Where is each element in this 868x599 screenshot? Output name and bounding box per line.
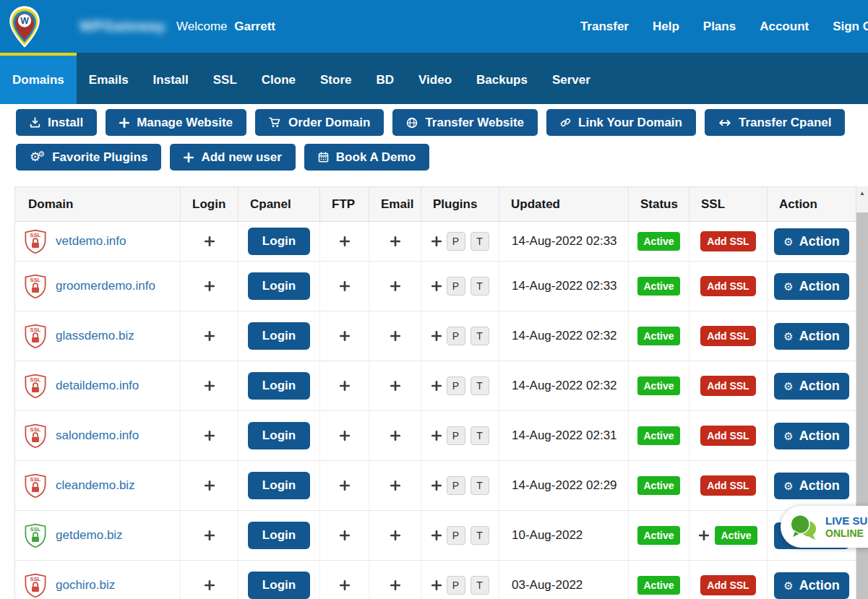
plugins-p-button[interactable]: P xyxy=(447,576,465,595)
plugins-p-button[interactable]: P xyxy=(447,277,465,296)
action-button[interactable]: ⚙Action xyxy=(774,572,848,599)
plugins-p-button[interactable]: P xyxy=(447,327,465,345)
plugins-t-button[interactable]: T xyxy=(470,232,489,251)
domain-link[interactable]: detaildemo.info xyxy=(56,379,139,393)
add-ssl-button[interactable]: Add SSL xyxy=(700,231,755,251)
install-button[interactable]: Install xyxy=(16,109,97,136)
add-ssl-button[interactable]: Add SSL xyxy=(700,575,755,595)
add-plus-icon[interactable] xyxy=(205,580,215,590)
action-button[interactable]: ⚙Action xyxy=(774,423,848,449)
plugins-p-button[interactable]: P xyxy=(447,526,465,545)
add-plus-icon[interactable] xyxy=(390,281,400,291)
add-ssl-button[interactable]: Add SSL xyxy=(700,475,755,496)
add-plus-icon[interactable] xyxy=(390,381,400,391)
add-ssl-button[interactable]: Add SSL xyxy=(700,276,755,296)
add-ssl-button[interactable]: Add SSL xyxy=(700,426,755,446)
add-plus-icon[interactable] xyxy=(205,331,215,341)
cpanel-login-button[interactable]: Login xyxy=(248,472,310,499)
domain-link[interactable]: gochiro.biz xyxy=(56,578,115,592)
book-a-demo-button[interactable]: Book A Demo xyxy=(304,144,429,171)
plugins-p-button[interactable]: P xyxy=(447,476,465,495)
add-plus-icon[interactable] xyxy=(699,530,709,540)
cpanel-login-button[interactable]: Login xyxy=(248,272,310,300)
add-plus-icon[interactable] xyxy=(431,481,442,491)
add-ssl-button[interactable]: Add SSL xyxy=(700,376,755,396)
domain-link[interactable]: getdemo.biz xyxy=(56,528,123,543)
cpanel-login-button[interactable]: Login xyxy=(248,322,310,350)
tab-bd[interactable]: BD xyxy=(364,53,407,104)
add-plus-icon[interactable] xyxy=(390,331,400,341)
add-plus-icon[interactable] xyxy=(205,431,215,441)
add-new-user-button[interactable]: Add new user xyxy=(170,144,295,171)
domain-link[interactable]: salondemo.info xyxy=(56,428,139,443)
plugins-t-button[interactable]: T xyxy=(470,327,489,345)
add-plus-icon[interactable] xyxy=(431,331,442,341)
live-support-widget[interactable]: LIVE SUPPORT ONLINE xyxy=(781,506,868,548)
tab-ssl[interactable]: SSL xyxy=(201,53,249,104)
add-plus-icon[interactable] xyxy=(340,236,350,246)
domain-link[interactable]: cleandemo.biz xyxy=(56,478,135,493)
add-plus-icon[interactable] xyxy=(340,331,350,341)
add-plus-icon[interactable] xyxy=(431,236,442,246)
plugins-t-button[interactable]: T xyxy=(470,277,489,296)
plugins-t-button[interactable]: T xyxy=(470,526,489,545)
top-nav-plans[interactable]: Plans xyxy=(703,20,736,34)
tab-clone[interactable]: Clone xyxy=(249,53,308,104)
top-nav-help[interactable]: Help xyxy=(653,20,679,34)
add-plus-icon[interactable] xyxy=(205,381,215,391)
add-plus-icon[interactable] xyxy=(431,381,442,391)
action-button[interactable]: ⚙Action xyxy=(774,323,848,350)
add-plus-icon[interactable] xyxy=(431,580,442,590)
add-plus-icon[interactable] xyxy=(390,481,400,491)
cpanel-login-button[interactable]: Login xyxy=(248,572,310,599)
add-plus-icon[interactable] xyxy=(390,580,400,590)
plugins-t-button[interactable]: T xyxy=(470,576,489,595)
tab-backups[interactable]: Backups xyxy=(464,53,540,104)
top-nav-transfer[interactable]: Transfer xyxy=(580,20,629,34)
add-plus-icon[interactable] xyxy=(340,431,350,441)
domain-link[interactable]: vetdemo.info xyxy=(56,234,126,249)
tab-video[interactable]: Video xyxy=(406,53,464,104)
add-plus-icon[interactable] xyxy=(340,481,350,491)
cpanel-login-button[interactable]: Login xyxy=(248,372,310,400)
tab-store[interactable]: Store xyxy=(308,53,364,104)
action-button[interactable]: ⚙Action xyxy=(774,273,848,300)
link-your-domain-button[interactable]: Link Your Domain xyxy=(546,109,696,136)
tab-emails[interactable]: Emails xyxy=(77,53,141,104)
order-domain-button[interactable]: Order Domain xyxy=(255,109,384,136)
scrollbar-up-arrow-icon[interactable]: ▲ xyxy=(856,186,868,199)
transfer-cpanel-button[interactable]: Transfer Cpanel xyxy=(705,109,846,136)
action-button[interactable]: ⚙Action xyxy=(774,473,848,499)
add-plus-icon[interactable] xyxy=(431,530,442,540)
add-plus-icon[interactable] xyxy=(390,530,400,540)
add-plus-icon[interactable] xyxy=(205,236,215,246)
add-plus-icon[interactable] xyxy=(340,580,350,590)
cpanel-login-button[interactable]: Login xyxy=(248,228,310,255)
domain-link[interactable]: groomerdemo.info xyxy=(56,279,155,293)
add-plus-icon[interactable] xyxy=(205,530,215,540)
plugins-p-button[interactable]: P xyxy=(447,426,465,445)
manage-website-button[interactable]: Manage Website xyxy=(106,109,246,136)
domain-link[interactable]: glassdemo.biz xyxy=(56,329,134,343)
add-ssl-button[interactable]: Add SSL xyxy=(700,326,755,346)
tab-install[interactable]: Install xyxy=(141,53,201,104)
add-plus-icon[interactable] xyxy=(390,431,400,441)
tab-server[interactable]: Server xyxy=(540,53,603,104)
action-button[interactable]: ⚙Action xyxy=(774,228,848,255)
plugins-t-button[interactable]: T xyxy=(470,376,489,395)
top-nav-sign-out[interactable]: Sign Out xyxy=(833,20,868,34)
favorite-plugins-button[interactable]: ⚙⚙Favorite Plugins xyxy=(16,144,161,171)
add-plus-icon[interactable] xyxy=(390,236,400,246)
action-button[interactable]: ⚙Action xyxy=(774,373,848,400)
transfer-website-button[interactable]: Transfer Website xyxy=(392,109,538,136)
plugins-p-button[interactable]: P xyxy=(447,232,465,251)
plugins-t-button[interactable]: T xyxy=(470,426,489,445)
cpanel-login-button[interactable]: Login xyxy=(248,422,310,449)
add-plus-icon[interactable] xyxy=(340,530,350,540)
add-plus-icon[interactable] xyxy=(431,281,442,291)
tab-domains[interactable]: Domains xyxy=(0,53,77,104)
add-plus-icon[interactable] xyxy=(431,431,442,441)
plugins-p-button[interactable]: P xyxy=(447,376,465,395)
plugins-t-button[interactable]: T xyxy=(470,476,489,495)
cpanel-login-button[interactable]: Login xyxy=(248,522,310,549)
